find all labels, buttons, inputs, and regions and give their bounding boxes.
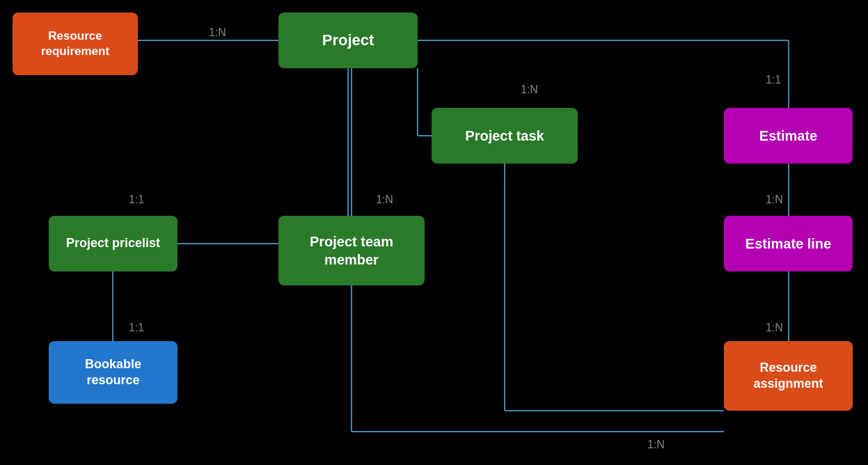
relation-label-9: 1:N — [647, 439, 665, 451]
relation-label-7: 1:1 — [129, 322, 144, 334]
project-pricelist-node: Project pricelist — [49, 216, 177, 271]
relation-label-3: 1:1 — [766, 74, 781, 86]
bookable-resource-node: Bookable resource — [49, 341, 177, 404]
resource-requirement-node: Resource requirement — [13, 13, 138, 75]
relation-label-8: 1:N — [766, 322, 783, 334]
relation-label-2: 1:N — [521, 84, 538, 96]
estimate-node: Estimate — [724, 108, 853, 164]
relation-label-5: 1:N — [376, 194, 393, 206]
project-node: Project — [278, 13, 418, 68]
diagram-container: Resource requirement Project Project tas… — [0, 0, 868, 465]
relation-label-4: 1:1 — [129, 194, 144, 206]
relation-label-1: 1:N — [209, 26, 226, 39]
relation-label-6: 1:N — [766, 194, 783, 206]
resource-assignment-node: Resource assignment — [724, 341, 853, 411]
project-task-node: Project task — [432, 108, 578, 164]
project-team-member-node: Project team member — [278, 216, 425, 285]
estimate-line-node: Estimate line — [724, 216, 853, 271]
